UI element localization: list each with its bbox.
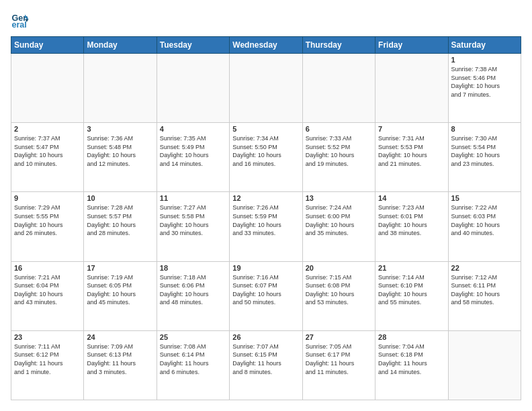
calendar-cell: 9Sunrise: 7:29 AM Sunset: 5:55 PM Daylig… [11,192,84,261]
logo: Gen eral [11,11,31,30]
logo-icon: Gen eral [11,11,30,30]
calendar-cell: 16Sunrise: 7:21 AM Sunset: 6:04 PM Dayli… [11,261,84,330]
day-number: 3 [87,125,153,133]
day-number: 22 [451,264,518,272]
week-row-3: 16Sunrise: 7:21 AM Sunset: 6:04 PM Dayli… [11,261,521,330]
day-info: Sunrise: 7:11 AM Sunset: 6:12 PM Dayligh… [14,342,81,376]
svg-text:eral: eral [11,20,26,30]
day-number: 15 [451,194,518,202]
day-number: 5 [232,125,299,133]
day-number: 26 [232,333,299,341]
day-info: Sunrise: 7:12 AM Sunset: 6:11 PM Dayligh… [451,273,518,307]
calendar-cell: 25Sunrise: 7:08 AM Sunset: 6:14 PM Dayli… [157,330,229,400]
day-info: Sunrise: 7:33 AM Sunset: 5:52 PM Dayligh… [306,134,372,168]
day-number: 21 [378,264,445,272]
day-info: Sunrise: 7:18 AM Sunset: 6:06 PM Dayligh… [160,273,226,307]
day-info: Sunrise: 7:29 AM Sunset: 5:55 PM Dayligh… [14,203,81,237]
day-info: Sunrise: 7:14 AM Sunset: 6:10 PM Dayligh… [378,273,445,307]
calendar-cell: 5Sunrise: 7:34 AM Sunset: 5:50 PM Daylig… [230,123,302,192]
day-number: 16 [14,264,81,272]
calendar-cell [375,54,448,123]
day-number: 4 [160,125,226,133]
calendar-cell: 18Sunrise: 7:18 AM Sunset: 6:06 PM Dayli… [157,261,229,330]
weekday-friday: Friday [375,37,448,54]
day-info: Sunrise: 7:31 AM Sunset: 5:53 PM Dayligh… [378,134,445,168]
day-number: 24 [87,333,153,341]
day-info: Sunrise: 7:36 AM Sunset: 5:48 PM Dayligh… [87,134,153,168]
day-info: Sunrise: 7:35 AM Sunset: 5:49 PM Dayligh… [160,134,226,168]
calendar-cell: 28Sunrise: 7:04 AM Sunset: 6:18 PM Dayli… [375,330,448,400]
calendar-cell: 3Sunrise: 7:36 AM Sunset: 5:48 PM Daylig… [84,123,157,192]
day-info: Sunrise: 7:04 AM Sunset: 6:18 PM Dayligh… [378,342,445,376]
calendar-cell: 20Sunrise: 7:15 AM Sunset: 6:08 PM Dayli… [302,261,375,330]
day-info: Sunrise: 7:07 AM Sunset: 6:15 PM Dayligh… [232,342,299,376]
weekday-saturday: Saturday [448,37,521,54]
weekday-wednesday: Wednesday [230,37,302,54]
day-info: Sunrise: 7:34 AM Sunset: 5:50 PM Dayligh… [232,134,299,168]
day-info: Sunrise: 7:24 AM Sunset: 6:00 PM Dayligh… [306,203,372,237]
calendar-cell [157,54,229,123]
calendar-cell: 27Sunrise: 7:05 AM Sunset: 6:17 PM Dayli… [302,330,375,400]
day-info: Sunrise: 7:15 AM Sunset: 6:08 PM Dayligh… [306,273,372,307]
day-number: 14 [378,194,445,202]
weekday-sunday: Sunday [11,37,84,54]
calendar-cell: 14Sunrise: 7:23 AM Sunset: 6:01 PM Dayli… [375,192,448,261]
calendar-cell: 19Sunrise: 7:16 AM Sunset: 6:07 PM Dayli… [230,261,302,330]
day-info: Sunrise: 7:27 AM Sunset: 5:58 PM Dayligh… [160,203,226,237]
calendar-cell: 2Sunrise: 7:37 AM Sunset: 5:47 PM Daylig… [11,123,84,192]
calendar-cell: 10Sunrise: 7:28 AM Sunset: 5:57 PM Dayli… [84,192,157,261]
weekday-monday: Monday [84,37,157,54]
day-info: Sunrise: 7:21 AM Sunset: 6:04 PM Dayligh… [14,273,81,307]
day-number: 25 [160,333,226,341]
day-number: 12 [232,194,299,202]
calendar-cell: 26Sunrise: 7:07 AM Sunset: 6:15 PM Dayli… [230,330,302,400]
day-number: 10 [87,194,153,202]
day-info: Sunrise: 7:19 AM Sunset: 6:05 PM Dayligh… [87,273,153,307]
day-info: Sunrise: 7:08 AM Sunset: 6:14 PM Dayligh… [160,342,226,376]
day-info: Sunrise: 7:23 AM Sunset: 6:01 PM Dayligh… [378,203,445,237]
calendar-cell: 15Sunrise: 7:22 AM Sunset: 6:03 PM Dayli… [448,192,521,261]
day-number: 20 [306,264,372,272]
day-number: 6 [306,125,372,133]
week-row-2: 9Sunrise: 7:29 AM Sunset: 5:55 PM Daylig… [11,192,521,261]
week-row-1: 2Sunrise: 7:37 AM Sunset: 5:47 PM Daylig… [11,123,521,192]
day-number: 1 [451,56,518,64]
calendar-cell [302,54,375,123]
calendar-cell: 23Sunrise: 7:11 AM Sunset: 6:12 PM Dayli… [11,330,84,400]
day-number: 7 [378,125,445,133]
day-info: Sunrise: 7:05 AM Sunset: 6:17 PM Dayligh… [306,342,372,376]
day-number: 17 [87,264,153,272]
day-number: 19 [232,264,299,272]
calendar-cell: 4Sunrise: 7:35 AM Sunset: 5:49 PM Daylig… [157,123,229,192]
calendar-cell: 13Sunrise: 7:24 AM Sunset: 6:00 PM Dayli… [302,192,375,261]
calendar-cell: 24Sunrise: 7:09 AM Sunset: 6:13 PM Dayli… [84,330,157,400]
day-info: Sunrise: 7:26 AM Sunset: 5:59 PM Dayligh… [232,203,299,237]
calendar-cell: 11Sunrise: 7:27 AM Sunset: 5:58 PM Dayli… [157,192,229,261]
week-row-4: 23Sunrise: 7:11 AM Sunset: 6:12 PM Dayli… [11,330,521,400]
day-number: 23 [14,333,81,341]
calendar-cell: 1Sunrise: 7:38 AM Sunset: 5:46 PM Daylig… [448,54,521,123]
page: Gen eral SundayMondayTuesdayWednesdayThu… [0,0,532,411]
calendar-cell: 21Sunrise: 7:14 AM Sunset: 6:10 PM Dayli… [375,261,448,330]
day-info: Sunrise: 7:16 AM Sunset: 6:07 PM Dayligh… [232,273,299,307]
day-number: 18 [160,264,226,272]
calendar-cell: 22Sunrise: 7:12 AM Sunset: 6:11 PM Dayli… [448,261,521,330]
day-info: Sunrise: 7:37 AM Sunset: 5:47 PM Dayligh… [14,134,81,168]
calendar-cell: 7Sunrise: 7:31 AM Sunset: 5:53 PM Daylig… [375,123,448,192]
weekday-tuesday: Tuesday [157,37,229,54]
calendar-cell [230,54,302,123]
day-info: Sunrise: 7:28 AM Sunset: 5:57 PM Dayligh… [87,203,153,237]
calendar-cell: 8Sunrise: 7:30 AM Sunset: 5:54 PM Daylig… [448,123,521,192]
weekday-header-row: SundayMondayTuesdayWednesdayThursdayFrid… [11,37,521,54]
day-number: 8 [451,125,518,133]
calendar-cell: 6Sunrise: 7:33 AM Sunset: 5:52 PM Daylig… [302,123,375,192]
day-number: 28 [378,333,445,341]
calendar-table: SundayMondayTuesdayWednesdayThursdayFrid… [11,36,521,400]
calendar-cell [448,330,521,400]
week-row-0: 1Sunrise: 7:38 AM Sunset: 5:46 PM Daylig… [11,54,521,123]
day-number: 27 [306,333,372,341]
day-number: 9 [14,194,81,202]
calendar-cell: 12Sunrise: 7:26 AM Sunset: 5:59 PM Dayli… [230,192,302,261]
day-number: 2 [14,125,81,133]
day-info: Sunrise: 7:38 AM Sunset: 5:46 PM Dayligh… [451,65,518,99]
